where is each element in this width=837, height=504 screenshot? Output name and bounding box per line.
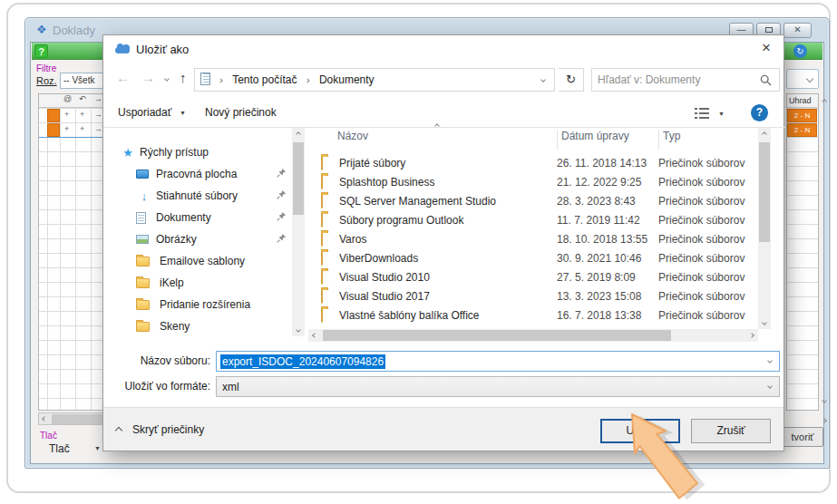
search-input[interactable] [598,70,757,90]
sidebar-item[interactable]: Dokumenty [112,208,290,228]
sidebar-item[interactable]: iKelp [112,273,290,293]
file-name: Vlastné šablóny balíka Office [339,309,557,322]
sidebar-item-icon [136,235,149,244]
sidebar-item[interactable]: Emailove sablony [112,251,290,271]
column-header-date[interactable]: Dátum úpravy [557,130,658,150]
file-row[interactable]: Visual Studio 2017 13. 3. 2023 15:08 Pri… [308,286,758,305]
address-dropdown-chevron[interactable] [540,77,546,82]
folder-icon [321,175,323,189]
attachment-icon: @ [63,94,72,103]
app-sync-icon[interactable]: ↻ [793,44,807,58]
sidebar-item[interactable]: Rýchly prístup [112,142,290,162]
grid-arrow: → [94,124,102,133]
filename-dropdown-chevron[interactable] [767,358,773,363]
organize-button[interactable]: Usporiadať [118,106,171,119]
scroll-up-button[interactable] [292,128,305,141]
breadcrumb-root[interactable]: Tento počítač [232,73,297,86]
sidebar-scrollbar[interactable] [292,128,305,336]
file-name: Prijaté súbory [339,157,557,170]
folder-icon [321,232,323,247]
app-hscrollbar[interactable] [38,412,109,425]
grid-plus: + [80,124,84,133]
file-row[interactable]: ViberDownloads 30. 9. 2021 10:46 Priečin… [308,248,758,267]
sidebar-item[interactable]: Pracovná plocha [112,164,290,184]
pin-icon [277,233,287,246]
file-date: 26. 11. 2018 14:13 [557,157,658,170]
scroll-thumb[interactable] [293,142,304,215]
address-bar[interactable]: › Tento počítač › Dokumenty [194,68,555,92]
print-button[interactable]: Tlač [49,442,70,455]
refresh-button[interactable]: ↻ [559,68,584,92]
file-list-vscrollbar[interactable] [758,128,771,329]
print-group-label: Tlač [40,431,57,441]
file-date: 21. 12. 2022 9:25 [557,176,658,189]
app-icon: ❖ [36,23,47,36]
scroll-down-button[interactable] [818,394,831,407]
uhrad-column-header[interactable]: Uhrad [787,94,818,108]
cancel-button[interactable]: Zrušiť [691,419,771,443]
app-help-icon[interactable]: ? [34,44,48,58]
dialog-close-button[interactable]: × [751,37,782,59]
sidebar-item-label: Emailove sablony [160,255,245,267]
scroll-down-button[interactable] [292,324,305,336]
forward-icon: → [94,94,102,103]
forward-button[interactable]: → [141,70,155,85]
hide-folders-button[interactable]: Skryť priečinky [132,423,204,436]
file-name: Varos [339,233,557,246]
search-icon[interactable] [760,74,772,86]
save-button[interactable]: Uložiť [600,419,680,443]
format-dropdown-chevron[interactable] [767,383,773,389]
up-button[interactable]: ↑ [180,70,187,85]
scroll-up-button[interactable] [758,128,771,141]
close-window-button[interactable]: ✕ [783,23,812,38]
app-grid-right: Uhrad 2 - N 2 - N [786,93,819,411]
scroll-right-button[interactable] [745,329,758,342]
sidebar-item-icon [120,146,136,160]
file-row[interactable]: Súbory programu Outlook 11. 7. 2019 11:4… [308,210,758,229]
folder-icon [321,251,323,266]
sidebar-item[interactable]: Pridanie rozšírenia [112,295,290,315]
grid-cell-orange [47,109,60,122]
filename-input[interactable]: export_ISDOC_20240607094826 [216,351,780,372]
file-row[interactable]: Splashtop Business 21. 12. 2022 9:25 Pri… [308,172,758,191]
sidebar-item[interactable]: Stiahnuté súbory [112,186,290,206]
view-options-icon[interactable] [695,108,709,119]
scroll-down-button[interactable] [758,316,771,329]
scroll-thumb[interactable] [52,414,102,424]
uhrad-cell: 2 - N [787,109,817,122]
file-list-header: Názov Dátum úpravy Typ [308,130,758,150]
file-row[interactable]: Prijaté súbory 26. 11. 2018 14:13 Prieči… [308,153,758,172]
file-row[interactable]: Visual Studio 2010 27. 5. 2019 8:09 Prie… [308,267,758,286]
print-dropdown-icon[interactable]: ▼ [94,445,101,451]
file-row[interactable]: Vlastné šablóny balíka Office 16. 7. 201… [308,305,758,325]
format-combobox[interactable]: xml [216,376,780,397]
file-list-hscrollbar[interactable] [308,329,758,342]
scroll-thumb[interactable] [323,330,671,341]
sidebar-item[interactable]: Skeny [112,316,290,336]
view-dropdown-icon[interactable]: ▼ [718,111,725,117]
back-button[interactable]: ← [116,70,130,85]
file-row[interactable]: SQL Server Management Studio 28. 3. 2023… [308,191,758,210]
file-type: Priečinok súborov [658,233,758,246]
file-row[interactable]: Varos 18. 10. 2018 13:55 Priečinok súbor… [308,229,758,248]
column-header-name[interactable]: Názov [308,130,557,150]
scroll-right-button[interactable] [818,414,831,427]
open-button[interactable]: tvoriť [782,427,823,447]
chevron-down-icon [806,75,813,82]
new-folder-button[interactable]: Nový priečinok [205,106,277,119]
column-header-type[interactable]: Typ [658,130,758,150]
scroll-up-button[interactable] [818,95,831,108]
scroll-left-button[interactable] [308,329,321,342]
right-combobox[interactable] [786,69,819,89]
sidebar-item[interactable]: Obrázky [112,229,290,249]
file-date: 13. 3. 2023 15:08 [557,290,658,303]
recent-locations-chevron[interactable] [164,76,170,82]
scroll-thumb[interactable] [759,142,770,242]
file-name: SQL Server Management Studio [339,195,557,208]
breadcrumb-current[interactable]: Dokumenty [319,73,375,86]
file-type: Priečinok súborov [658,176,758,189]
sidebar-item-label: iKelp [160,276,184,289]
help-button[interactable]: ? [751,104,768,121]
dialog-footer: Skryť priečinky Uložiť Zrušiť [103,407,783,451]
save-dialog-icon [115,44,131,53]
